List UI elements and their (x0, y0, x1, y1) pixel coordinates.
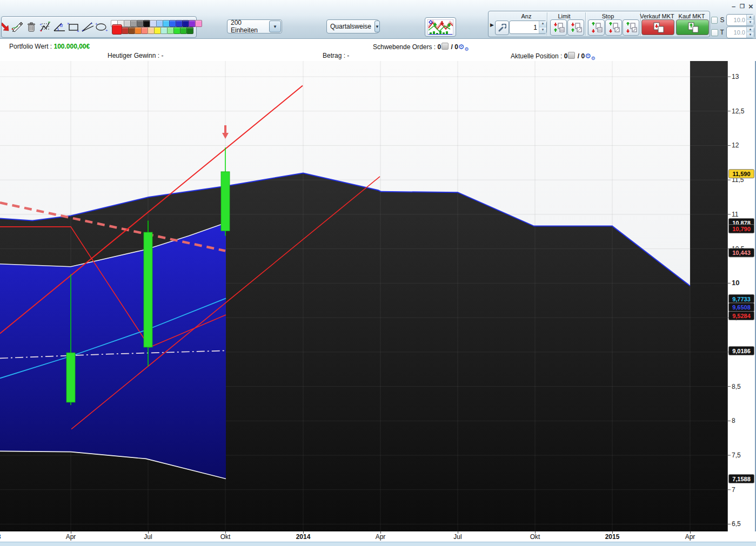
svg-text:11: 11 (732, 211, 739, 218)
anz-label: Anz (521, 13, 532, 19)
color-swatch[interactable] (186, 27, 193, 34)
pending-orders-total: 0 (454, 43, 458, 51)
footer-strip (0, 542, 756, 546)
chart-style-button[interactable] (425, 17, 456, 37)
svg-text:11,590: 11,590 (732, 171, 750, 177)
chevron-down-icon[interactable]: ▼ (374, 21, 380, 32)
gear-icon[interactable]: ⚙ (458, 43, 465, 51)
svg-text:12: 12 (732, 141, 739, 149)
svg-text:7: 7 (732, 486, 735, 494)
chevron-down-icon[interactable]: ▼ (269, 21, 281, 32)
quantity-value: 1 (510, 24, 539, 31)
daily-profit: Heutiger Gewinn : - (108, 52, 163, 59)
collapse-arrow-icon[interactable]: ▶ (490, 22, 494, 28)
svg-text:9,7733: 9,7733 (732, 296, 751, 302)
color-swatch[interactable] (112, 24, 122, 35)
angle-tool[interactable]: α (52, 19, 66, 35)
svg-text:6,5: 6,5 (732, 520, 741, 528)
svg-text:9,6508: 9,6508 (732, 304, 751, 311)
svg-text:9,5284: 9,5284 (732, 313, 751, 319)
svg-text:7,1588: 7,1588 (732, 476, 751, 482)
sell-market-label: Verkauf MKT (640, 13, 674, 19)
current-position-open: 0 (564, 52, 568, 60)
fan-lines-icon: + + (81, 22, 94, 32)
rectangle-tool[interactable]: × × (66, 19, 81, 35)
time-tick-label: Apr (66, 533, 76, 541)
stop-order-icon (591, 22, 603, 33)
chart-canvas[interactable]: 1312,51211,51110,5109,598,587,576,511,59… (0, 61, 756, 531)
s-label: S (720, 16, 724, 24)
gear-small-icon: ⚙ (591, 56, 596, 61)
t-value-stepper[interactable]: 10.0 ▲▼ (726, 26, 754, 38)
s-value-stepper[interactable]: 10.0 ▲▼ (726, 14, 754, 26)
time-tick-label: 2015 (605, 533, 620, 541)
buy-limit-order-button[interactable] (567, 19, 584, 36)
trailing-stop-order-button[interactable] (623, 19, 639, 36)
portfolio-label: Portfolio Wert : (9, 43, 52, 50)
draw-arrow-tool[interactable] (2, 19, 10, 35)
trailing-stop-icon (625, 22, 637, 33)
rectangle-icon: × × (67, 22, 80, 32)
portfolio-amount: 100.000,00€ (53, 43, 90, 50)
svg-text:+: + (95, 22, 98, 26)
stop-order-icon (608, 22, 620, 33)
svg-text:10: 10 (732, 279, 739, 287)
color-swatch[interactable] (195, 20, 202, 27)
pending-orders-label: Schwebende Orders : (373, 43, 436, 51)
trash-icon (27, 22, 36, 32)
period-dropdown[interactable]: Quartalsweise ▼ (326, 19, 379, 33)
restore-button[interactable]: ❐ (738, 2, 746, 10)
s-spin-buttons[interactable]: ▲▼ (746, 15, 754, 25)
sell-limit-order-button[interactable] (550, 19, 567, 36)
account-statusbar: Portfolio Wert : 100.000,00€ Heutiger Ge… (0, 39, 756, 62)
time-tick-label: Jul (453, 533, 461, 541)
current-position-label: Aktuelle Position : (511, 52, 562, 60)
panel-divider (547, 12, 547, 36)
zigzag-lines-tool[interactable]: + + (38, 19, 52, 35)
sell-stop-order-button[interactable] (588, 19, 605, 36)
window-header: – ❐ × (0, 0, 756, 39)
svg-text:8,5: 8,5 (732, 383, 741, 390)
t-spin-buttons[interactable]: ▲▼ (746, 27, 754, 38)
quantity-spin-buttons[interactable]: ▲▼ (539, 21, 546, 33)
trailing-row: T 10.0 ▲▼ (711, 27, 754, 38)
s-checkbox[interactable] (711, 17, 718, 24)
fan-lines-tool[interactable]: + + (81, 19, 95, 35)
ellipse-tool[interactable]: + + (95, 19, 109, 35)
limit-label: Limit (558, 13, 570, 19)
t-label: T (720, 29, 724, 36)
delete-tool[interactable] (24, 19, 38, 35)
price-chart[interactable]: 1312,51211,51110,5109,598,587,576,511,59… (0, 61, 756, 531)
gear-small-icon: ⚙ (464, 46, 469, 52)
buy-market-button[interactable] (676, 19, 709, 35)
pencil-tool[interactable] (10, 19, 24, 35)
time-tick-label: Okt (220, 533, 231, 541)
t-checkbox[interactable] (711, 29, 718, 36)
portfolio-value: Portfolio Wert : 100.000,00€ (9, 43, 90, 50)
angle-icon: α (53, 22, 66, 32)
stop-label: Stop (602, 13, 614, 19)
svg-text:×: × (77, 29, 79, 32)
time-axis[interactable]: 2013AprJulOkt2014AprJulOkt2015Apr (0, 531, 756, 542)
units-dropdown[interactable]: 200 Einheiten ▼ (227, 19, 282, 33)
units-dropdown-value: 200 Einheiten (228, 19, 269, 34)
svg-text:9,0186: 9,0186 (732, 348, 751, 354)
time-tick-label: 2013 (0, 533, 1, 541)
chart-style-icon (427, 19, 453, 35)
order-settings-button[interactable] (495, 21, 509, 35)
sell-market-button[interactable] (641, 19, 674, 35)
limit-order-icon (570, 22, 582, 33)
order-list-icon[interactable] (441, 43, 449, 50)
panel-divider (585, 12, 586, 36)
buy-stop-order-button[interactable] (605, 19, 622, 36)
gear-icon[interactable]: ⚙ (585, 52, 591, 60)
position-list-icon[interactable] (568, 52, 575, 59)
svg-text:+: + (105, 28, 108, 32)
sell-market-icon (652, 22, 665, 33)
amount-text: Betrag : - (323, 52, 349, 59)
drawing-toolbar: + + α × × + (1, 16, 197, 38)
quantity-stepper[interactable]: 1 ▲▼ (509, 21, 547, 34)
close-button[interactable]: × (747, 2, 755, 10)
minimize-button[interactable]: – (730, 2, 738, 10)
svg-text:13: 13 (732, 73, 739, 80)
